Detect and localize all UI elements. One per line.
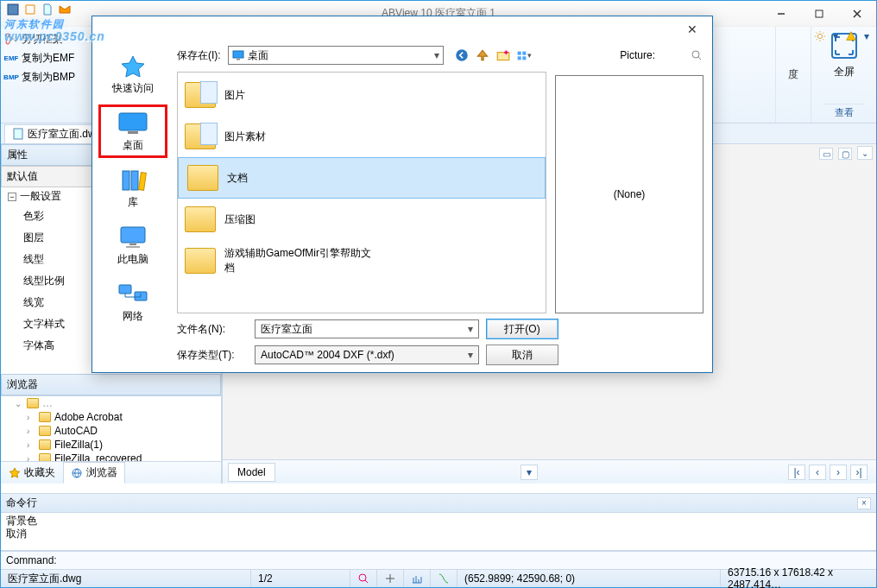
quick-access-toolbar[interactable] bbox=[6, 3, 72, 16]
maximize-button[interactable] bbox=[800, 2, 838, 26]
doc-icon bbox=[12, 128, 24, 140]
chevron-down-icon[interactable]: ▾ bbox=[434, 49, 439, 61]
browser-tree[interactable]: ⌄… ›Adobe Acrobat ›AutoCAD ›FileZilla(1)… bbox=[1, 395, 221, 461]
model-tab[interactable]: Model bbox=[228, 463, 275, 482]
place-library[interactable]: 库 bbox=[98, 161, 167, 215]
chevron-right-icon[interactable]: › bbox=[27, 413, 35, 422]
command-header: 命令行 × bbox=[1, 494, 876, 513]
chevron-down-icon[interactable]: ▾ bbox=[468, 323, 473, 335]
filetype-label: 保存类型(T): bbox=[177, 348, 248, 363]
tree-item[interactable]: ›FileZilla_recovered bbox=[1, 452, 221, 461]
qa-icon-3[interactable] bbox=[41, 3, 54, 16]
svg-point-8 bbox=[359, 574, 366, 581]
dropdown-icon-2[interactable]: ▾ bbox=[864, 30, 869, 42]
nav-prev[interactable]: ‹ bbox=[809, 465, 826, 480]
chevron-right-icon[interactable]: › bbox=[27, 440, 35, 450]
tree-item[interactable]: ›Adobe Acrobat bbox=[1, 410, 221, 424]
folder-icon bbox=[185, 206, 216, 232]
qa-icon-1[interactable] bbox=[6, 3, 20, 16]
dialog-close-button[interactable]: ✕ bbox=[679, 18, 705, 41]
tab-dropdown[interactable]: ▾ bbox=[521, 465, 538, 480]
back-icon[interactable] bbox=[454, 47, 470, 63]
svg-rect-12 bbox=[131, 171, 138, 190]
qa-icon-2[interactable] bbox=[23, 3, 37, 16]
qa-icon-4[interactable] bbox=[58, 3, 72, 16]
nav-next[interactable]: › bbox=[830, 465, 847, 480]
svg-rect-24 bbox=[522, 51, 526, 54]
file-list[interactable]: 图片 图片素材 文档 bbox=[177, 72, 546, 313]
status-tool-1[interactable] bbox=[350, 570, 377, 587]
nav-first[interactable]: |‹ bbox=[788, 465, 805, 480]
cancel-button[interactable]: 取消 bbox=[486, 345, 558, 365]
chevron-right-icon[interactable]: › bbox=[27, 427, 35, 436]
file-item[interactable]: 图片素材 bbox=[178, 116, 546, 157]
place-desktop[interactable]: 桌面 bbox=[98, 104, 167, 158]
svg-rect-19 bbox=[233, 51, 243, 58]
up-icon[interactable] bbox=[475, 47, 490, 63]
folder-icon bbox=[39, 439, 51, 450]
new-folder-icon[interactable] bbox=[495, 47, 511, 63]
svg-point-27 bbox=[692, 51, 699, 58]
ribbon-copy-emf[interactable]: EMF 复制为EMF bbox=[3, 49, 90, 66]
settings-icon[interactable] bbox=[814, 30, 826, 42]
place-quick-access[interactable]: 快速访问 bbox=[98, 47, 167, 101]
filetype-combo[interactable]: AutoCAD™ 2004 DXF (*.dxf) ▾ bbox=[255, 345, 479, 364]
cmd-close-icon[interactable]: × bbox=[857, 497, 871, 509]
status-file: 医疗室立面.dwg bbox=[1, 570, 251, 587]
tree-item[interactable]: ›AutoCAD bbox=[1, 424, 221, 438]
ribbon-copy-bmp[interactable]: BMP 复制为BMP bbox=[3, 68, 90, 85]
close-button[interactable] bbox=[838, 2, 876, 26]
filename-input[interactable] bbox=[261, 321, 468, 337]
save-dialog: ✕ 快速访问 桌面 库 此电脑 bbox=[91, 16, 713, 373]
folder-icon bbox=[39, 412, 51, 422]
tree-item[interactable]: ⌄… bbox=[1, 396, 221, 410]
filename-combo[interactable]: ▾ bbox=[255, 319, 479, 338]
collapse-chevron[interactable]: ⌄ bbox=[857, 146, 873, 160]
svg-rect-20 bbox=[237, 59, 240, 60]
search-icon[interactable] bbox=[690, 48, 703, 62]
bmp-icon: BMP bbox=[4, 70, 18, 84]
collapse-icon[interactable]: − bbox=[8, 193, 16, 201]
nav-last[interactable]: ›| bbox=[850, 465, 868, 480]
svg-rect-14 bbox=[121, 227, 145, 243]
command-prompt: Command: bbox=[6, 554, 57, 566]
status-tool-4[interactable] bbox=[431, 570, 457, 587]
place-network[interactable]: 网络 bbox=[98, 275, 167, 329]
folder-icon bbox=[185, 123, 216, 149]
svg-rect-10 bbox=[128, 131, 138, 134]
file-item[interactable]: 游戏辅助GameOfMir引擎帮助文档 bbox=[178, 240, 546, 281]
tab-favorites[interactable]: 收藏夹 bbox=[1, 462, 63, 484]
chevron-down-icon[interactable]: ⌄ bbox=[15, 399, 23, 408]
status-tool-2[interactable] bbox=[377, 570, 404, 587]
tree-item[interactable]: ›FileZilla(1) bbox=[1, 438, 221, 452]
svg-point-21 bbox=[456, 49, 468, 61]
location-combo[interactable]: 桌面 ▾ bbox=[228, 46, 444, 65]
ribbon-cut-frame[interactable]: 剪切框架 bbox=[3, 30, 90, 47]
open-button[interactable]: 打开(O) bbox=[486, 319, 558, 339]
ribbon-label: 复制为EMF bbox=[22, 51, 74, 66]
folder-icon bbox=[39, 426, 51, 436]
panel-icon-2[interactable]: ▢ bbox=[838, 148, 852, 160]
folder-icon bbox=[187, 165, 218, 191]
folder-icon bbox=[39, 453, 51, 461]
minimize-button[interactable] bbox=[762, 2, 800, 26]
folder-icon bbox=[185, 82, 216, 108]
panel-icon-1[interactable]: ▭ bbox=[819, 148, 833, 160]
ribbon-extra-label: 度 bbox=[788, 67, 798, 82]
status-tool-3[interactable] bbox=[404, 570, 431, 587]
file-item[interactable]: 图片 bbox=[178, 74, 546, 116]
svg-rect-17 bbox=[119, 285, 131, 294]
svg-point-3 bbox=[6, 34, 9, 37]
chevron-down-icon[interactable]: ▾ bbox=[468, 349, 473, 361]
tab-browser[interactable]: 浏览器 bbox=[63, 462, 125, 484]
svg-rect-13 bbox=[139, 172, 147, 190]
scissors-icon bbox=[4, 32, 18, 46]
view-menu-icon[interactable]: ▾ bbox=[516, 47, 532, 63]
emf-icon: EMF bbox=[4, 51, 18, 65]
place-this-pc[interactable]: 此电脑 bbox=[98, 218, 167, 272]
file-item-selected[interactable]: 文档 bbox=[178, 157, 546, 199]
help-tri-icon[interactable] bbox=[845, 30, 857, 42]
chevron-right-icon[interactable]: › bbox=[27, 454, 35, 462]
dropdown-icon[interactable]: ▾ bbox=[833, 30, 838, 42]
file-item[interactable]: 压缩图 bbox=[178, 199, 546, 240]
